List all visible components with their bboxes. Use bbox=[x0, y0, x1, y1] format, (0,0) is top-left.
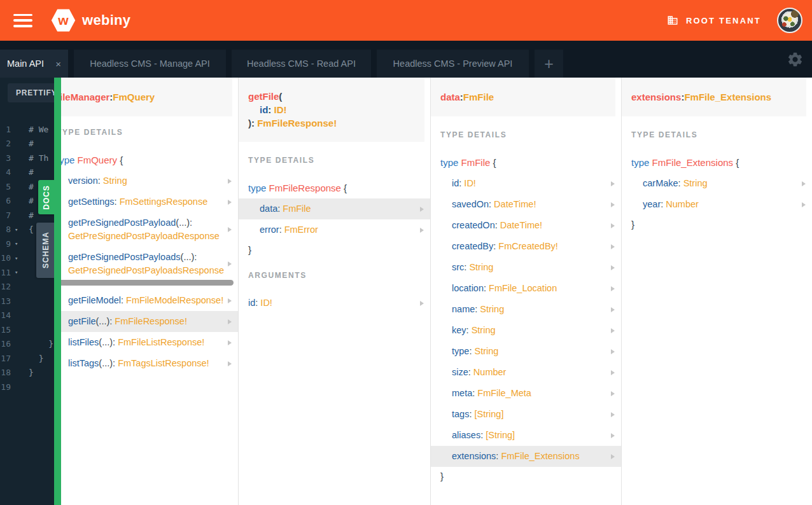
field-name: data bbox=[260, 204, 277, 214]
field-row-size[interactable]: size: Number bbox=[431, 362, 621, 383]
tab-headless-cms-manage-api[interactable]: Headless CMS - Manage API bbox=[74, 50, 226, 78]
line-number: 18 bbox=[0, 368, 11, 377]
separator: : bbox=[115, 197, 120, 207]
field-row-getsettings[interactable]: getSettings: FmSettingsResponse bbox=[61, 191, 238, 212]
hamburger-menu-icon[interactable] bbox=[13, 14, 32, 27]
type-keyword: type bbox=[440, 157, 458, 168]
field-row-location[interactable]: location: FmFile_Location bbox=[431, 278, 621, 299]
tab-main-api[interactable]: Main API × bbox=[0, 50, 68, 78]
line-number: 5 bbox=[0, 182, 11, 191]
type-declaration: type FmFile_Extensions { bbox=[622, 152, 812, 173]
docs-column-fmquery: fileManager: FmQuery TYPE DETAILS type F… bbox=[61, 78, 239, 505]
header-field-name: fileManager bbox=[61, 92, 109, 102]
close-tab-icon[interactable]: × bbox=[55, 59, 61, 69]
field-row-listtags[interactable]: listTags(...): FmTagsListResponse! bbox=[61, 353, 238, 374]
playground-workspace: PRETTIFY 1# We 2# 3# Th 4# 5# 6# 7# 8▾{ … bbox=[0, 78, 812, 505]
tenant-selector[interactable]: ROOT TENANT bbox=[666, 15, 761, 26]
query-editor[interactable]: PRETTIFY 1# We 2# 3# Th 4# 5# 6# 7# 8▾{ … bbox=[0, 78, 54, 505]
building-icon bbox=[666, 15, 679, 26]
fold-arrow-icon[interactable]: ▾ bbox=[11, 226, 24, 233]
field-row-extensions-selected[interactable]: extensions: FmFile_Extensions bbox=[431, 446, 621, 467]
field-row-data-selected[interactable]: data: FmFile bbox=[239, 198, 430, 219]
chevron-right-icon bbox=[228, 319, 232, 324]
code-text: # bbox=[29, 211, 34, 220]
line-number: 9 bbox=[0, 239, 11, 249]
field-row-type[interactable]: type: String bbox=[431, 341, 621, 362]
fold-arrow-icon[interactable]: ▾ bbox=[11, 240, 24, 247]
chevron-right-icon bbox=[228, 340, 232, 345]
webiny-logo[interactable]: w webiny bbox=[51, 9, 130, 32]
type-name: FmFileResponse bbox=[269, 183, 341, 193]
field-row-savedon[interactable]: savedOn: DateTime! bbox=[431, 194, 621, 215]
type-keyword: type bbox=[248, 183, 266, 193]
docs-side-tab[interactable]: DOCS bbox=[38, 180, 55, 214]
field-row-createdon[interactable]: createdOn: DateTime! bbox=[431, 215, 621, 236]
field-row-key[interactable]: key: String bbox=[431, 320, 621, 341]
separator: : bbox=[489, 199, 494, 209]
column-header: extensions: FmFile_Extensions bbox=[622, 78, 806, 116]
code-text: # bbox=[29, 167, 34, 177]
header-type-name: FmQuery bbox=[113, 92, 155, 102]
field-name: getSettings bbox=[68, 197, 115, 207]
horizontal-scrollbar[interactable] bbox=[61, 280, 234, 286]
separator: : bbox=[480, 430, 486, 440]
tab-headless-cms-read-api[interactable]: Headless CMS - Read API bbox=[232, 50, 371, 78]
field-row-src[interactable]: src: String bbox=[431, 257, 621, 278]
field-row-year[interactable]: year: Number bbox=[622, 194, 812, 215]
field-type: [String] bbox=[486, 430, 515, 440]
field-row-createdby[interactable]: createdBy: FmCreatedBy! bbox=[431, 236, 621, 257]
header-arg-type: ID! bbox=[274, 104, 287, 115]
type-name: FmFile bbox=[461, 157, 491, 168]
code-text: # Th bbox=[29, 153, 48, 163]
chevron-right-icon bbox=[611, 349, 615, 354]
type-declaration: type FmQuery { bbox=[61, 149, 238, 170]
separator: : bbox=[113, 337, 118, 347]
field-row-getpresignedpostpayloads[interactable]: getPreSignedPostPayloads(...): GetPreSig… bbox=[61, 247, 238, 281]
schema-side-tab[interactable]: SCHEMA bbox=[36, 223, 55, 278]
field-row-tags[interactable]: tags: [String] bbox=[431, 404, 621, 425]
field-row-getfilemodel[interactable]: getFileModel: FmFileModelResponse! bbox=[61, 290, 238, 311]
section-label: TYPE DETAILS bbox=[239, 149, 430, 170]
prettify-button[interactable]: PRETTIFY bbox=[8, 83, 59, 102]
docs-panel-drag-handle[interactable] bbox=[54, 78, 61, 505]
section-label: TYPE DETAILS bbox=[431, 124, 621, 145]
open-brace: { bbox=[493, 157, 496, 168]
field-row-carmake[interactable]: carMake: String bbox=[622, 173, 812, 194]
field-row-id[interactable]: id: ID! bbox=[431, 173, 621, 194]
field-row-name[interactable]: name: String bbox=[431, 299, 621, 320]
field-row-getpresignedpostpayload[interactable]: getPreSignedPostPayload(...): GetPreSign… bbox=[61, 212, 238, 247]
field-row-aliases[interactable]: aliases: [String] bbox=[431, 425, 621, 446]
field-type: FmCreatedBy! bbox=[498, 241, 557, 251]
args-ellipsis: (...) bbox=[99, 358, 113, 368]
field-row-meta[interactable]: meta: FmFile_Meta bbox=[431, 383, 621, 404]
line-number: 2 bbox=[0, 139, 11, 148]
line-number: 12 bbox=[0, 282, 11, 291]
field-name: src bbox=[452, 262, 464, 272]
field-type: FmSettingsResponse bbox=[120, 197, 208, 207]
args-ellipsis: (...) bbox=[181, 252, 195, 262]
settings-button[interactable] bbox=[787, 51, 804, 68]
editor-line: 12 bbox=[0, 280, 54, 294]
chevron-right-icon bbox=[420, 228, 424, 233]
fold-arrow-icon[interactable]: ▾ bbox=[11, 255, 24, 261]
line-number: 8 bbox=[0, 225, 11, 234]
field-name: tags bbox=[452, 409, 469, 419]
fold-arrow-icon[interactable]: ▾ bbox=[11, 269, 24, 275]
field-row-getfile-selected[interactable]: getFile(...): FmFileResponse! bbox=[61, 311, 238, 332]
field-type: String bbox=[474, 346, 498, 356]
field-row-version[interactable]: version: String bbox=[61, 170, 238, 191]
field-row-error[interactable]: error: FmError bbox=[239, 219, 430, 240]
column-body: TYPE DETAILS type FmFile { id: ID! saved… bbox=[431, 116, 621, 485]
field-type: [String] bbox=[474, 409, 503, 419]
argument-row-id[interactable]: id: ID! bbox=[239, 293, 430, 314]
webiny-hexagon-icon: w bbox=[51, 9, 76, 32]
field-type: FmFile_Location bbox=[489, 283, 557, 293]
user-avatar[interactable] bbox=[777, 8, 802, 33]
chevron-right-icon bbox=[611, 202, 615, 207]
tab-label: Headless CMS - Read API bbox=[247, 59, 356, 69]
header-type-name: FmFile_Extensions bbox=[684, 92, 771, 102]
add-tab-button[interactable]: + bbox=[535, 50, 563, 78]
chevron-right-icon bbox=[228, 179, 232, 184]
tab-headless-cms-preview-api[interactable]: Headless CMS - Preview API bbox=[377, 50, 529, 78]
field-row-listfiles[interactable]: listFiles(...): FmFileListResponse! bbox=[61, 332, 238, 353]
